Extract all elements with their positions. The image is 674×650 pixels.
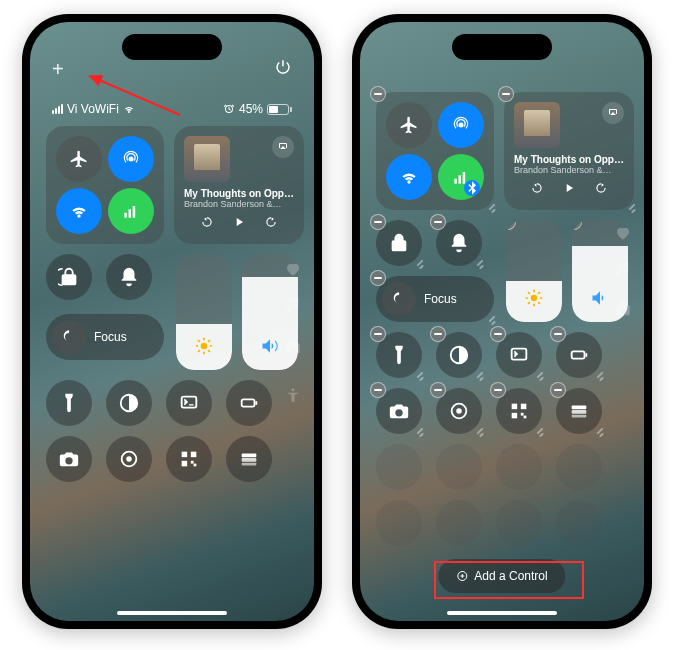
svg-rect-18 [242, 458, 257, 462]
media-controls [184, 215, 294, 229]
empty-slot[interactable] [376, 500, 422, 546]
resize-handle-icon[interactable] [624, 200, 638, 214]
remove-icon[interactable] [370, 326, 386, 342]
empty-slot[interactable] [376, 444, 422, 490]
brightness-slider[interactable] [506, 220, 562, 322]
empty-slot[interactable] [556, 500, 602, 546]
media-controls [514, 181, 624, 195]
remove-icon[interactable] [506, 220, 516, 230]
resize-handle-icon[interactable] [532, 424, 546, 438]
resize-handle-icon[interactable] [592, 368, 606, 382]
resize-handle-icon[interactable] [412, 256, 426, 270]
qr-code-button[interactable] [166, 436, 212, 482]
annotation-highlight [434, 561, 584, 599]
camera-button[interactable] [376, 388, 422, 434]
empty-slot[interactable] [496, 500, 542, 546]
play-icon[interactable] [562, 181, 576, 195]
remove-icon[interactable] [370, 86, 386, 102]
focus-button[interactable]: Focus [376, 276, 494, 322]
remove-icon[interactable] [430, 214, 446, 230]
resize-handle-icon[interactable] [484, 312, 498, 326]
play-icon[interactable] [232, 215, 246, 229]
remove-icon[interactable] [370, 214, 386, 230]
resize-handle-icon[interactable] [472, 368, 486, 382]
svg-rect-33 [521, 404, 527, 410]
flashlight-button[interactable] [46, 380, 92, 426]
airplane-mode-toggle[interactable] [386, 102, 432, 148]
wallet-button[interactable] [556, 388, 602, 434]
cellular-toggle[interactable] [108, 188, 154, 234]
resize-handle-icon[interactable] [412, 424, 426, 438]
dynamic-island [122, 34, 222, 60]
remove-icon[interactable] [370, 382, 386, 398]
skip-forward-icon[interactable] [594, 181, 608, 195]
focus-button[interactable]: Focus [46, 314, 164, 360]
silent-mode-toggle[interactable] [436, 220, 482, 266]
signal-icon [52, 104, 63, 114]
bluetooth-toggle[interactable] [464, 180, 480, 196]
silent-mode-toggle[interactable] [106, 254, 152, 300]
empty-slot[interactable] [496, 444, 542, 490]
svg-rect-14 [182, 461, 188, 467]
orientation-lock-toggle[interactable] [376, 220, 422, 266]
power-icon[interactable] [274, 58, 292, 81]
airplane-mode-toggle[interactable] [56, 136, 102, 182]
alarm-icon [223, 103, 235, 115]
remove-icon[interactable] [550, 326, 566, 342]
screen-record-button[interactable] [106, 436, 152, 482]
empty-slot[interactable] [436, 444, 482, 490]
resize-handle-icon[interactable] [532, 368, 546, 382]
phone-mockup-left: + Vi VoWiFi 45% [22, 14, 322, 629]
wallet-button[interactable] [226, 436, 272, 482]
remove-icon[interactable] [430, 326, 446, 342]
connectivity-module[interactable] [376, 92, 494, 210]
empty-slot[interactable] [436, 500, 482, 546]
wifi-toggle[interactable] [386, 154, 432, 200]
remove-icon[interactable] [498, 86, 514, 102]
media-module[interactable]: My Thoughts on Opp… Brandon Sanderson &… [174, 126, 304, 244]
wifi-toggle[interactable] [56, 188, 102, 234]
skip-back-icon[interactable] [530, 181, 544, 195]
screen-record-button[interactable] [436, 388, 482, 434]
brightness-slider[interactable] [176, 254, 232, 370]
low-power-button[interactable] [226, 380, 272, 426]
screen-mirroring-button[interactable] [166, 380, 212, 426]
brightness-icon [524, 288, 544, 312]
airplay-icon[interactable] [272, 136, 294, 158]
media-module[interactable]: My Thoughts on Opp… Brandon Sanderson &… [504, 92, 634, 210]
screen-edit-mode: My Thoughts on Opp… Brandon Sanderson &… [360, 22, 644, 621]
camera-button[interactable] [46, 436, 92, 482]
flashlight-button[interactable] [376, 332, 422, 378]
dark-mode-button[interactable] [106, 380, 152, 426]
remove-icon[interactable] [550, 382, 566, 398]
status-right: 45% [223, 102, 292, 116]
airdrop-toggle[interactable] [438, 102, 484, 148]
remove-icon[interactable] [572, 220, 582, 230]
resize-handle-icon[interactable] [472, 424, 486, 438]
remove-icon[interactable] [370, 270, 386, 286]
remove-icon[interactable] [430, 382, 446, 398]
resize-handle-icon[interactable] [412, 368, 426, 382]
dark-mode-button[interactable] [436, 332, 482, 378]
screen-mirroring-button[interactable] [496, 332, 542, 378]
remove-icon[interactable] [490, 382, 506, 398]
empty-slot[interactable] [556, 444, 602, 490]
svg-rect-2 [129, 209, 132, 217]
skip-forward-icon[interactable] [264, 215, 278, 229]
add-icon[interactable]: + [52, 58, 64, 81]
svg-point-0 [129, 157, 134, 162]
home-icon [614, 298, 632, 320]
resize-handle-icon[interactable] [484, 200, 498, 214]
orientation-lock-toggle[interactable] [46, 254, 92, 300]
remove-icon[interactable] [490, 326, 506, 342]
qr-code-button[interactable] [496, 388, 542, 434]
resize-handle-icon[interactable] [472, 256, 486, 270]
skip-back-icon[interactable] [200, 215, 214, 229]
low-power-button[interactable] [556, 332, 602, 378]
svg-rect-7 [182, 397, 197, 408]
airdrop-toggle[interactable] [108, 136, 154, 182]
airplay-icon[interactable] [602, 102, 624, 124]
resize-handle-icon[interactable] [592, 424, 606, 438]
svg-rect-36 [524, 416, 527, 419]
connectivity-module[interactable] [46, 126, 164, 244]
